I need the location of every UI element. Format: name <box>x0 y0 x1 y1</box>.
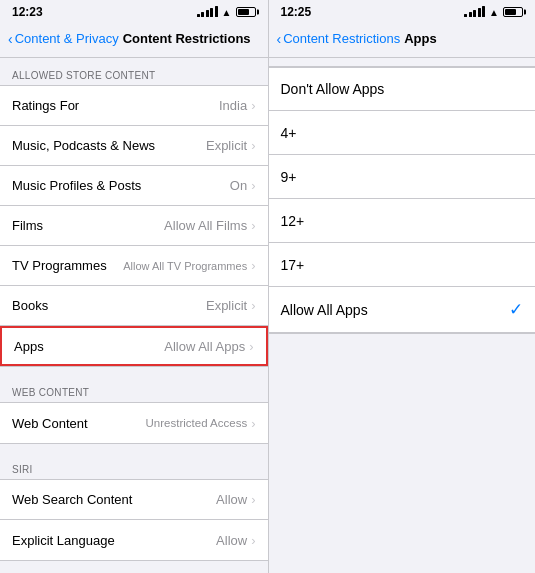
page-title-right: Apps <box>404 31 437 46</box>
section-header-game: GAME CENTER <box>0 569 268 573</box>
status-time-right: 12:25 <box>281 5 312 19</box>
row-apps[interactable]: Apps Allow All Apps › <box>0 326 268 366</box>
row-value-web-content: Unrestricted Access <box>146 417 248 429</box>
status-icons-right: ▲ <box>464 7 523 18</box>
row-value-apps: Allow All Apps <box>164 339 245 354</box>
row-label-explicit-lang: Explicit Language <box>12 533 216 548</box>
row-music[interactable]: Music, Podcasts & News Explicit › <box>0 126 268 166</box>
nav-bar-right: ‹ Content Restrictions Apps <box>269 22 536 58</box>
option-12plus[interactable]: 12+ <box>269 199 536 243</box>
wifi-icon-left: ▲ <box>222 7 232 18</box>
option-label-allow-all: Allow All Apps <box>281 302 368 318</box>
chevron-tv: › <box>251 258 255 273</box>
row-value-web-search: Allow <box>216 492 247 507</box>
row-value-music: Explicit <box>206 138 247 153</box>
apps-options-group: Don't Allow Apps 4+ 9+ 12+ 17+ Allow All… <box>269 66 536 334</box>
row-value-books: Explicit <box>206 298 247 313</box>
row-label-apps: Apps <box>14 339 164 354</box>
chevron-explicit-lang: › <box>251 533 255 548</box>
chevron-ratings: › <box>251 98 255 113</box>
row-label-tv: TV Programmes <box>12 258 123 273</box>
content-left: ALLOWED STORE CONTENT Ratings For India … <box>0 58 268 573</box>
option-label-4plus: 4+ <box>281 125 297 141</box>
option-allow-all[interactable]: Allow All Apps ✓ <box>269 287 536 333</box>
row-label-books: Books <box>12 298 206 313</box>
row-label-ratings: Ratings For <box>12 98 219 113</box>
signal-icon-right <box>464 7 485 17</box>
row-music-profiles[interactable]: Music Profiles & Posts On › <box>0 166 268 206</box>
content-right: Don't Allow Apps 4+ 9+ 12+ 17+ Allow All… <box>269 58 536 573</box>
row-value-tv: Allow All TV Programmes <box>123 260 247 272</box>
signal-icon-left <box>197 7 218 17</box>
page-title-left: Content Restrictions <box>123 31 251 46</box>
nav-bar-left: ‹ Content & Privacy Content Restrictions <box>0 22 268 58</box>
battery-icon-left <box>236 7 256 17</box>
row-web-search[interactable]: Web Search Content Allow › <box>0 480 268 520</box>
row-value-explicit-lang: Allow <box>216 533 247 548</box>
checkmark-icon: ✓ <box>509 299 523 320</box>
chevron-web-content: › <box>251 416 255 431</box>
row-label-web-search: Web Search Content <box>12 492 216 507</box>
back-chevron-left: ‹ <box>8 32 13 46</box>
row-label-web-content: Web Content <box>12 416 146 431</box>
chevron-films: › <box>251 218 255 233</box>
section-header-store: ALLOWED STORE CONTENT <box>0 58 268 85</box>
chevron-books: › <box>251 298 255 313</box>
section-header-siri: SIRI <box>0 452 268 479</box>
settings-group-web: Web Content Unrestricted Access › <box>0 402 268 444</box>
chevron-web-search: › <box>251 492 255 507</box>
row-value-films: Allow All Films <box>164 218 247 233</box>
status-icons-left: ▲ <box>197 7 256 18</box>
status-bar-left: 12:23 ▲ <box>0 0 268 22</box>
back-label-right: Content Restrictions <box>283 31 400 46</box>
status-bar-right: 12:25 ▲ <box>269 0 536 22</box>
chevron-apps: › <box>249 339 253 354</box>
left-panel: 12:23 ▲ ‹ Content & Privacy Content Rest… <box>0 0 268 573</box>
row-label-music: Music, Podcasts & News <box>12 138 206 153</box>
back-chevron-right: ‹ <box>277 32 282 46</box>
row-value-music-profiles: On <box>230 178 247 193</box>
option-label-12plus: 12+ <box>281 213 305 229</box>
option-label-dont-allow: Don't Allow Apps <box>281 81 385 97</box>
option-17plus[interactable]: 17+ <box>269 243 536 287</box>
row-books[interactable]: Books Explicit › <box>0 286 268 326</box>
battery-icon-right <box>503 7 523 17</box>
row-value-ratings: India <box>219 98 247 113</box>
row-ratings[interactable]: Ratings For India › <box>0 86 268 126</box>
back-label-left: Content & Privacy <box>15 31 119 46</box>
back-button-right[interactable]: ‹ Content Restrictions <box>277 31 401 46</box>
row-label-films: Films <box>12 218 164 233</box>
row-explicit-lang[interactable]: Explicit Language Allow › <box>0 520 268 560</box>
settings-group-siri: Web Search Content Allow › Explicit Lang… <box>0 479 268 561</box>
row-web-content[interactable]: Web Content Unrestricted Access › <box>0 403 268 443</box>
option-label-9plus: 9+ <box>281 169 297 185</box>
settings-group-store: Ratings For India › Music, Podcasts & Ne… <box>0 85 268 367</box>
wifi-icon-right: ▲ <box>489 7 499 18</box>
option-label-17plus: 17+ <box>281 257 305 273</box>
chevron-music: › <box>251 138 255 153</box>
back-button-left[interactable]: ‹ Content & Privacy <box>8 31 119 46</box>
row-tv[interactable]: TV Programmes Allow All TV Programmes › <box>0 246 268 286</box>
chevron-music-profiles: › <box>251 178 255 193</box>
right-panel: 12:25 ▲ ‹ Content Restrictions Apps <box>268 0 536 573</box>
option-9plus[interactable]: 9+ <box>269 155 536 199</box>
option-dont-allow[interactable]: Don't Allow Apps <box>269 67 536 111</box>
section-header-web: WEB CONTENT <box>0 375 268 402</box>
status-time-left: 12:23 <box>12 5 43 19</box>
row-label-music-profiles: Music Profiles & Posts <box>12 178 230 193</box>
option-4plus[interactable]: 4+ <box>269 111 536 155</box>
row-films[interactable]: Films Allow All Films › <box>0 206 268 246</box>
